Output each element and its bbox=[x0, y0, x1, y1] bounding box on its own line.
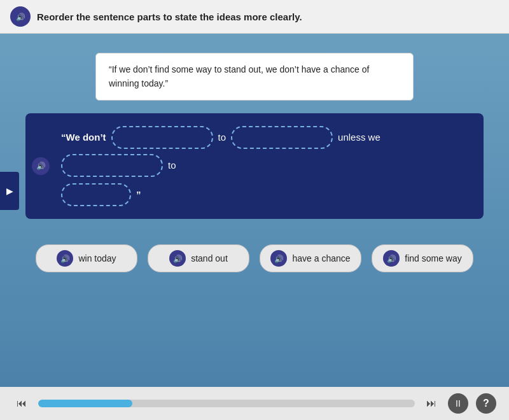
option-label-stand-out: stand out bbox=[191, 253, 228, 263]
speaker-icon-find-some-way bbox=[387, 253, 396, 263]
instruction-text: Reorder the sentence parts to state the … bbox=[37, 11, 302, 22]
speaker-icon-win-today bbox=[60, 253, 70, 263]
option-find-some-way[interactable]: find some way bbox=[372, 244, 473, 272]
option-label-win-today: win today bbox=[78, 253, 116, 263]
blank-slot-2[interactable] bbox=[231, 126, 333, 149]
option-label-have-a-chance: have a chance bbox=[292, 253, 350, 263]
help-button[interactable]: ? bbox=[476, 393, 496, 414]
quote-text: “If we don’t find some way to stand out,… bbox=[109, 64, 369, 88]
skip-back-button[interactable]: ⏮ bbox=[13, 395, 31, 412]
blank-slot-3[interactable] bbox=[61, 154, 163, 177]
speaker-icon bbox=[16, 11, 25, 22]
option-speaker-find-some-way[interactable] bbox=[383, 250, 400, 267]
right-arrow-icon bbox=[6, 185, 13, 197]
option-speaker-win-today[interactable] bbox=[57, 250, 73, 267]
connector-to-2: to bbox=[168, 160, 176, 171]
instruction-bar: Reorder the sentence parts to state the … bbox=[0, 0, 509, 34]
sentence-prefix: “We don’t bbox=[61, 132, 106, 143]
exercise-speaker-button[interactable] bbox=[32, 157, 50, 175]
blank-slot-1[interactable] bbox=[111, 126, 213, 149]
option-label-find-some-way: find some way bbox=[405, 253, 461, 263]
sentence-suffix: ” bbox=[136, 189, 141, 200]
exercise-area: “We don’t to unless we to ” bbox=[25, 113, 484, 219]
main-background: “If we don’t find some way to stand out,… bbox=[0, 34, 509, 416]
left-nav-arrow[interactable] bbox=[0, 172, 19, 210]
connector-to-1: to bbox=[218, 132, 227, 143]
instruction-speaker-icon[interactable] bbox=[10, 6, 31, 27]
skip-forward-button[interactable]: ⏭ bbox=[422, 395, 440, 412]
sentence-row-1: “We don’t to unless we to bbox=[38, 126, 471, 177]
speaker-icon-have-a-chance bbox=[274, 253, 284, 263]
quote-box: “If we don’t find some way to stand out,… bbox=[95, 53, 414, 101]
bottom-bar: ⏮ ⏭ II ? bbox=[0, 387, 509, 420]
blank-slot-4[interactable] bbox=[61, 183, 131, 206]
option-win-today[interactable]: win today bbox=[36, 244, 137, 272]
speaker-icon-stand-out bbox=[173, 253, 183, 263]
option-have-a-chance[interactable]: have a chance bbox=[260, 244, 361, 272]
connector-unless-we: unless we bbox=[338, 132, 380, 143]
options-area: win today stand out have a chance find s… bbox=[0, 244, 509, 272]
pause-button[interactable]: II bbox=[448, 393, 468, 414]
progress-bar-container bbox=[38, 400, 415, 407]
exercise-speaker-icon bbox=[36, 161, 46, 171]
option-stand-out[interactable]: stand out bbox=[148, 244, 249, 272]
option-speaker-have-a-chance[interactable] bbox=[270, 250, 287, 267]
sentence-row-2: ” bbox=[38, 183, 471, 206]
progress-bar-fill bbox=[38, 400, 132, 407]
option-speaker-stand-out[interactable] bbox=[169, 250, 186, 267]
